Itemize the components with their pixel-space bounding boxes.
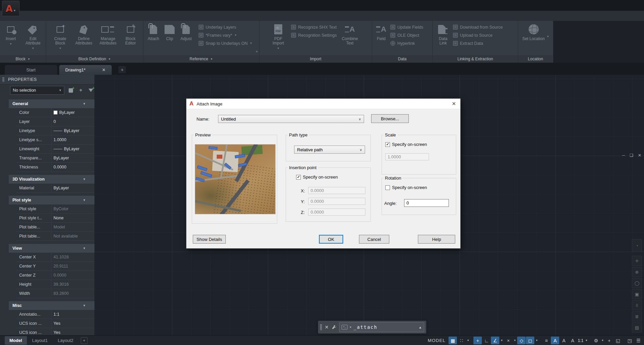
snap-mode-toggle[interactable]: ∷ (457, 337, 466, 344)
underlay-layers-button[interactable]: Underlay Layers (199, 24, 252, 30)
create-block-button[interactable]: ✶ Create Block ▼ (49, 22, 71, 51)
property-row-transparency[interactable]: Transpare... ByLayer (16, 154, 95, 163)
annotation-scale-value[interactable]: 1:1 (577, 337, 584, 344)
manage-attributes-button[interactable]: Manage Attributes (96, 22, 120, 45)
pan-button[interactable]: ✛ (632, 256, 642, 266)
model-space-label[interactable]: MODEL (428, 338, 445, 343)
viewport-window-controls[interactable]: ─ ❏ ✕ (622, 153, 641, 158)
frames-vary-dropdown[interactable]: *Frames vary* ▼ (199, 32, 252, 38)
osnap-caret-icon[interactable]: ▼ (535, 337, 539, 344)
panel-label-data[interactable]: Data (372, 55, 432, 63)
section-general[interactable]: General▼ (9, 99, 95, 108)
viewport-close-icon[interactable]: ✕ (638, 153, 641, 158)
selection-dropdown[interactable]: No selection▼ (10, 86, 64, 95)
browse-button[interactable]: Browse... (371, 114, 409, 123)
palette-grip[interactable] (2, 77, 4, 82)
z-input[interactable] (308, 209, 365, 216)
ortho-mode-toggle[interactable]: ∟ (482, 337, 491, 344)
annotation-visibility-toggle[interactable]: A (551, 337, 559, 344)
isolate-objects-icon[interactable]: ◱ (614, 337, 622, 344)
panel-label-reference[interactable]: Reference▼ (143, 55, 259, 63)
nav-tool2-button[interactable]: ≣ (632, 311, 642, 321)
help-button[interactable]: Help (418, 235, 455, 244)
status-menu-icon[interactable]: ☰ (634, 337, 643, 344)
angle-input[interactable] (404, 199, 449, 207)
property-row-annotation-scale[interactable]: Annotatio... 1:1 (16, 310, 95, 319)
new-layout-button[interactable]: + (81, 337, 87, 344)
select-objects-button[interactable]: ⌖ (77, 87, 84, 94)
application-menu-button[interactable]: A ▼ (2, 1, 20, 16)
section-plot-style[interactable]: Plot style▼ (9, 196, 95, 205)
object-snap-toggle[interactable]: ◇ (517, 337, 526, 344)
set-location-button[interactable]: Set Location (522, 22, 545, 41)
otrack-caret-icon[interactable]: ▼ (513, 337, 517, 344)
layout-tab-model[interactable]: Model (5, 336, 27, 345)
section-view[interactable]: View▼ (9, 244, 95, 253)
field-button[interactable]: A Field (374, 22, 388, 41)
property-row-lineweight[interactable]: Lineweight ByLayer (16, 145, 95, 154)
define-attributes-button[interactable]: Define Attributes (73, 22, 95, 45)
show-details-button[interactable]: Show Details (193, 235, 226, 244)
upload-to-source-button[interactable]: Upload to Source (453, 32, 503, 38)
combine-text-button[interactable]: A Combine Text (339, 22, 360, 45)
layout-tab-layout1[interactable]: Layout1 (28, 336, 52, 345)
name-combobox[interactable]: Untitled∨ (218, 115, 364, 123)
command-history-icon[interactable]: ▲ (419, 325, 422, 329)
panel-label-block-definition[interactable]: Block Definition▼ (46, 55, 143, 63)
insertion-specify-checkbox[interactable]: ✓ Specify on-screen (296, 175, 338, 180)
property-row-center-x[interactable]: Center X 41.1028 (16, 253, 95, 262)
section-3d-visualization[interactable]: 3D Visualization▼ (9, 175, 95, 184)
property-row-linetype[interactable]: Linetype ByLayer (16, 126, 95, 135)
property-row-layer[interactable]: Layer 0 (16, 117, 95, 126)
update-fields-button[interactable]: Update Fields (390, 24, 423, 30)
reference-expander-icon[interactable]: » (256, 49, 258, 53)
command-close-icon[interactable]: ✕ (325, 324, 329, 330)
customization-plus-icon[interactable]: + (605, 337, 613, 344)
layout-tab-layout2[interactable]: Layout2 (53, 336, 78, 345)
polar-tracking-toggle[interactable]: ∠ (491, 337, 499, 344)
panel-label-block[interactable]: Block▼ (0, 55, 46, 63)
checkbox-unchecked-icon[interactable] (385, 185, 390, 190)
navigation-bar[interactable]: ◔ ✛ ⊕ ◯ ▣ ◊ ≣ ▤ (632, 239, 642, 333)
grid-display-toggle[interactable]: ▦ (449, 337, 457, 344)
command-line-bar[interactable]: ✕ >_ ▼ _attach ▲ (318, 321, 426, 334)
properties-header[interactable]: PROPERTIES (0, 75, 95, 85)
ok-button[interactable]: OK (319, 235, 343, 244)
viewport-restore-icon[interactable]: ❏ (630, 153, 633, 158)
command-input[interactable]: >_ ▼ _attach ▲ (339, 322, 424, 332)
dynamic-ucs-toggle[interactable]: ◻ (526, 337, 534, 344)
panel-label-import[interactable]: Import (259, 55, 372, 63)
adjust-button[interactable]: Adjust (178, 22, 194, 41)
property-row-plot-style[interactable]: Plot style ByColor (16, 205, 95, 214)
command-line-grip[interactable] (320, 324, 322, 330)
clean-screen-icon[interactable]: ◳ (625, 337, 634, 344)
recognize-shx-button[interactable]: Recognize SHX Text (291, 24, 337, 30)
panel-label-linking[interactable]: Linking & Extraction (433, 55, 518, 63)
command-text[interactable]: _attach (354, 324, 417, 330)
property-row-material[interactable]: Material ByLayer (16, 184, 95, 193)
polar-caret-icon[interactable]: ▼ (500, 337, 504, 344)
ole-object-button[interactable]: OLE Object (390, 32, 423, 38)
property-row-linetype-scale[interactable]: Linetype s... 1.0000 (16, 135, 95, 145)
scale-input[interactable] (385, 153, 429, 160)
workspace-caret-icon[interactable]: ▼ (601, 337, 605, 344)
property-row-color[interactable]: Color ByLayer (16, 108, 95, 117)
attach-button[interactable]: Attach (145, 22, 162, 41)
extract-data-button[interactable]: Extract Data (453, 40, 503, 46)
fullnav-wheel-button[interactable]: ◔ (632, 239, 642, 252)
command-caret-icon[interactable]: ▼ (349, 326, 352, 329)
quick-select-button[interactable]: + (87, 87, 95, 94)
data-link-button[interactable]: Data Link (435, 22, 451, 45)
property-row-thickness[interactable]: Thickness 0.0000 (16, 163, 95, 172)
dialog-close-icon[interactable]: ✕ (450, 100, 458, 107)
showmotion-button[interactable]: ▣ (632, 289, 642, 299)
property-row-ucs-icon-origin[interactable]: UCS icon ... Yes (16, 328, 95, 335)
property-row-plot-table-type[interactable]: Plot table... Not available (16, 232, 95, 241)
rotation-specify-checkbox[interactable]: Specify on-screen (385, 185, 427, 190)
checkbox-checked-icon[interactable]: ✓ (296, 175, 301, 180)
file-tab-start[interactable]: Start (5, 65, 57, 75)
dynamic-input-toggle[interactable]: + (473, 337, 482, 344)
object-snap-tracking-toggle[interactable]: × (504, 337, 512, 344)
scale-caret-icon[interactable]: ▼ (584, 337, 588, 344)
snap-to-underlays-dropdown[interactable]: Snap to Underlays ON ▼ (199, 40, 252, 46)
